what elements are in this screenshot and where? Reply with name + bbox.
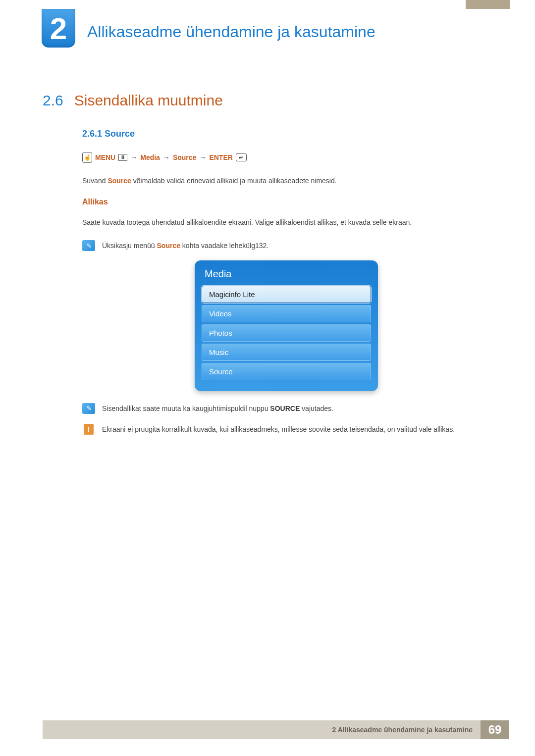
breadcrumb-media: Media <box>140 153 160 161</box>
media-item-photos[interactable]: Photos <box>202 324 371 342</box>
note-text-1: Üksikasju menüü Source kohta vaadake leh… <box>102 239 268 252</box>
text: Suvand <box>82 177 107 185</box>
arrow-icon: → <box>130 153 137 161</box>
media-panel-title: Media <box>202 267 371 286</box>
note-icon: ✎ <box>82 403 95 414</box>
hand-icon: ☝ <box>82 152 92 163</box>
section-title: Sisendallika muutmine <box>74 92 223 109</box>
warning-text: Ekraani ei pruugita korralikult kuvada, … <box>102 423 455 436</box>
note-icon: ✎ <box>82 240 95 251</box>
text: Sisendallikat saate muuta ka kaugjuhtimi… <box>102 404 270 412</box>
text: vajutades. <box>300 404 333 412</box>
note-text-2: Sisendallikat saate muuta ka kaugjuhtimi… <box>102 402 333 415</box>
enter-icon: ↵ <box>236 153 247 161</box>
menu-icon: Ⅲ <box>118 154 127 161</box>
bold-source: Source <box>107 177 131 185</box>
note-row-1: ✎ Üksikasju menüü Source kohta vaadake l… <box>82 239 490 252</box>
top-accent-bar <box>466 0 510 9</box>
subsection-heading: 2.6.1 Source <box>82 129 490 139</box>
paragraph-2: Saate kuvada tootega ühendatud allikaloe… <box>82 215 490 229</box>
media-item-source[interactable]: Source <box>202 363 371 380</box>
text: kohta vaadake lehekülg132. <box>180 242 268 250</box>
chapter-number-badge: 2 <box>42 9 75 48</box>
menu-breadcrumb: ☝ MENU Ⅲ → Media → Source → ENTER ↵ <box>82 152 490 163</box>
media-item-music[interactable]: Music <box>202 344 371 361</box>
note-row-2: ✎ Sisendallikat saate muuta ka kaugjuhti… <box>82 402 490 415</box>
breadcrumb-source: Source <box>173 153 196 161</box>
footer-text: 2 Allikaseadme ühendamine ja kasutamine <box>43 720 481 739</box>
paragraph-1: Suvand Source võimaldab valida erinevaid… <box>82 174 490 188</box>
arrow-icon: → <box>199 153 206 161</box>
page-header: 2 Allikaseadme ühendamine ja kasutamine <box>0 0 535 48</box>
breadcrumb-menu: MENU <box>95 153 115 161</box>
breadcrumb-enter: ENTER <box>209 153 232 161</box>
bold-source: Source <box>157 242 180 250</box>
allikas-heading: Allikas <box>82 198 490 206</box>
arrow-icon: → <box>163 153 170 161</box>
text: Üksikasju menüü <box>102 242 157 250</box>
section-heading-row: 2.6 Sisendallika muutmine <box>43 92 490 109</box>
media-panel: Media Magicinfo Lite Videos Photos Music… <box>195 260 378 391</box>
chapter-title: Allikaseadme ühendamine ja kasutamine <box>87 9 375 41</box>
text: võimaldab valida erinevaid allikaid ja m… <box>131 177 337 185</box>
bold-source-black: SOURCE <box>270 404 300 412</box>
section-number: 2.6 <box>43 92 63 109</box>
warning-icon: ! <box>84 424 94 435</box>
media-item-videos[interactable]: Videos <box>202 305 371 322</box>
page-footer: 2 Allikaseadme ühendamine ja kasutamine … <box>43 720 509 739</box>
warning-row: ! Ekraani ei pruugita korralikult kuvada… <box>82 423 490 436</box>
media-item-magicinfo[interactable]: Magicinfo Lite <box>202 286 371 303</box>
footer-page-number: 69 <box>481 720 509 739</box>
